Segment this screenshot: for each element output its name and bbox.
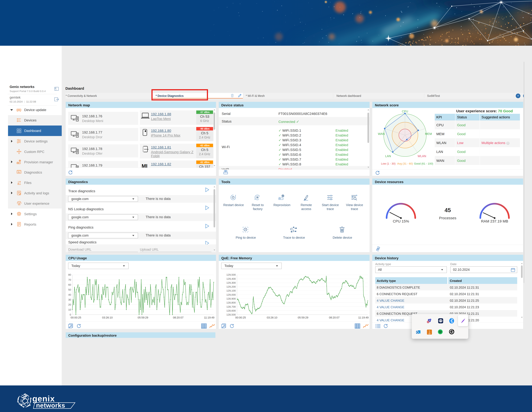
svg-text:50: 50 <box>68 288 71 291</box>
svg-text:CPU 15%: CPU 15% <box>393 219 409 223</box>
svg-text:128,600: 128,600 <box>226 309 236 312</box>
svg-text:129,000: 129,000 <box>226 293 236 296</box>
svg-text:80: 80 <box>68 273 71 276</box>
svg-text:MEM: MEM <box>425 132 432 136</box>
svg-text:08:20:07: 08:20:07 <box>329 316 340 319</box>
svg-text:Processes: Processes <box>439 216 456 220</box>
svg-text:60: 60 <box>68 283 71 286</box>
svg-text:Good (61 - 100): Good (61 - 100) <box>414 162 433 165</box>
svg-text:10: 10 <box>68 308 71 311</box>
svg-text:128,500: 128,500 <box>226 313 236 316</box>
svg-text:SAMSUNG: SAMSUNG <box>144 149 149 150</box>
svg-text:03:26:10: 03:26:10 <box>267 316 277 319</box>
svg-text:128,700: 128,700 <box>226 305 236 308</box>
svg-text:129,400: 129,400 <box>226 277 236 280</box>
svg-text:05:59:29: 05:59:29 <box>298 316 308 319</box>
svg-text:Low (1 - 30): Low (1 - 30) <box>381 162 396 165</box>
svg-text:11:19:49: 11:19:49 <box>358 316 369 319</box>
svg-text:70: 70 <box>68 278 71 281</box>
svg-text:128,900: 128,900 <box>226 297 236 300</box>
svg-text:WLAN: WLAN <box>418 154 426 158</box>
svg-text:03:26:10: 03:26:10 <box>102 316 113 319</box>
svg-text:30: 30 <box>68 298 71 301</box>
svg-text:129,200: 129,200 <box>226 285 236 288</box>
svg-text:MI: MI <box>142 163 147 168</box>
svg-text:08:20:07: 08:20:07 <box>173 316 184 319</box>
svg-text:CPU: CPU <box>402 110 408 113</box>
svg-text:129,500: 129,500 <box>226 273 236 276</box>
svg-text:129,300: 129,300 <box>226 281 236 284</box>
svg-text:45: 45 <box>445 207 451 213</box>
svg-text:LAN: LAN <box>385 154 391 158</box>
svg-text:129,100: 129,100 <box>226 289 236 292</box>
svg-text:05:59:29: 05:59:29 <box>138 316 148 319</box>
svg-text:Avg (31 - 60): Avg (31 - 60) <box>397 162 413 165</box>
svg-text:00:00:25: 00:00:25 <box>71 316 81 319</box>
svg-text:20: 20 <box>68 303 71 306</box>
svg-text:0: 0 <box>70 313 71 316</box>
svg-text:128,800: 128,800 <box>226 301 236 304</box>
svg-text:00:00:25: 00:00:25 <box>235 316 246 319</box>
svg-text:networks: networks <box>36 402 65 409</box>
svg-text:40: 40 <box>68 293 71 296</box>
svg-text:11:19:49: 11:19:49 <box>204 316 214 319</box>
svg-text:RAM 237.19 MB: RAM 237.19 MB <box>481 219 508 223</box>
svg-text:WAN: WAN <box>378 132 385 136</box>
